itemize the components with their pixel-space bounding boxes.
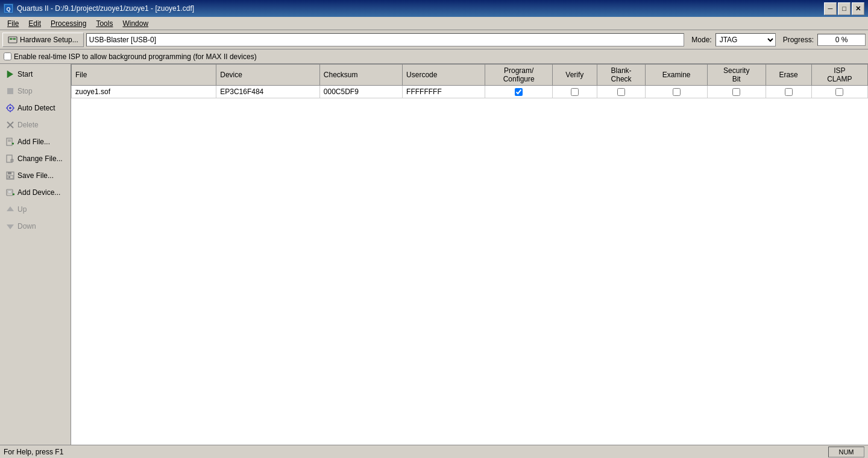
security-bit-checkbox[interactable]: [732, 88, 740, 96]
menu-file[interactable]: File: [2, 18, 24, 29]
isp-row: Enable real-time ISP to allow background…: [0, 49, 868, 64]
col-security-bit: SecurityBit: [707, 65, 766, 86]
up-button[interactable]: Up: [1, 202, 69, 217]
add-device-button[interactable]: Add Device...: [1, 185, 69, 200]
start-button[interactable]: Start: [1, 66, 69, 82]
mode-label: Mode:: [691, 36, 711, 44]
add-file-label: Add File...: [17, 138, 50, 146]
save-file-button[interactable]: Save File...: [1, 168, 69, 183]
col-usercode: Usercode: [403, 65, 485, 86]
stop-label: Stop: [17, 87, 33, 95]
progress-value: 0 %: [835, 36, 848, 44]
app-icon: Q: [4, 4, 13, 13]
save-file-icon: [5, 171, 15, 180]
close-button[interactable]: ✕: [852, 2, 864, 15]
title-bar-left: Q Quartus II - D:/9.1/project/zuoye1/zuo…: [4, 4, 194, 13]
stop-icon: [5, 86, 15, 96]
svg-rect-24: [8, 172, 11, 174]
svg-rect-8: [7, 88, 13, 94]
blank-check-checkbox[interactable]: [617, 88, 625, 96]
verify-checkbox[interactable]: [571, 88, 579, 96]
isp-checkbox[interactable]: [4, 52, 11, 60]
status-bar-right: NUM: [828, 447, 864, 457]
svg-rect-4: [13, 38, 16, 40]
status-bar: For Help, press F1 NUM: [0, 445, 868, 458]
window-title: Quartus II - D:/9.1/project/zuoye1/zuoye…: [17, 4, 194, 13]
menu-edit[interactable]: Edit: [24, 18, 46, 29]
hardware-setup-button[interactable]: Hardware Setup...: [2, 33, 84, 47]
svg-marker-31: [7, 206, 14, 211]
table-header-row: File Device Checksum Usercode Program/Co…: [72, 65, 868, 86]
col-program: Program/Configure: [485, 65, 553, 86]
cell-usercode: FFFFFFFF: [403, 86, 485, 98]
sidebar: Start Stop Auto Detect: [0, 64, 71, 445]
progress-label: Progress:: [783, 36, 814, 44]
auto-detect-button[interactable]: Auto Detect: [1, 100, 69, 116]
programming-table: File Device Checksum Usercode Program/Co…: [71, 64, 868, 98]
start-label: Start: [17, 70, 33, 78]
svg-rect-17: [7, 138, 12, 145]
cell-blank-check[interactable]: [597, 86, 646, 98]
status-help-text: For Help, press F1: [4, 448, 828, 456]
erase-checkbox[interactable]: [785, 88, 793, 96]
cell-erase[interactable]: [766, 86, 811, 98]
down-button[interactable]: Down: [1, 218, 69, 234]
col-erase: Erase: [766, 65, 811, 86]
hardware-setup-icon: [8, 35, 17, 45]
window-controls: ─ □ ✕: [824, 2, 864, 15]
svg-rect-26: [8, 176, 10, 178]
down-label: Down: [17, 222, 36, 231]
cell-device: EP3C16F484: [216, 86, 320, 98]
up-icon: [5, 205, 15, 214]
svg-rect-3: [10, 38, 12, 40]
svg-rect-30: [8, 191, 11, 193]
hardware-setup-label: Hardware Setup...: [20, 36, 78, 44]
title-bar: Q Quartus II - D:/9.1/project/zuoye1/zuo…: [0, 0, 868, 17]
menu-bar: File Edit Processing Tools Window: [0, 17, 868, 30]
delete-icon: [5, 120, 15, 130]
menu-window[interactable]: Window: [118, 18, 153, 29]
save-file-label: Save File...: [17, 171, 54, 180]
table-area: File Device Checksum Usercode Program/Co…: [71, 64, 868, 445]
num-lock-indicator: NUM: [828, 447, 864, 457]
cell-isp-clamp[interactable]: [811, 86, 867, 98]
table-row: zuoye1.sof EP3C16F484 000C5DF9 FFFFFFFF: [72, 86, 868, 98]
maximize-button[interactable]: □: [838, 2, 851, 15]
col-examine: Examine: [646, 65, 707, 86]
mode-select[interactable]: JTAG Active Serial Passive Serial In-Soc…: [715, 33, 776, 46]
progress-bar: 0 %: [817, 34, 866, 46]
delete-button[interactable]: Delete: [1, 117, 69, 133]
examine-checkbox[interactable]: [673, 88, 681, 96]
col-blank-check: Blank-Check: [597, 65, 646, 86]
auto-detect-label: Auto Detect: [17, 104, 55, 112]
svg-marker-32: [7, 224, 14, 229]
svg-rect-7: [7, 71, 8, 78]
blaster-field[interactable]: [86, 33, 685, 46]
col-isp-clamp: ISPCLAMP: [811, 65, 867, 86]
program-checkbox[interactable]: [515, 88, 523, 96]
stop-button[interactable]: Stop: [1, 83, 69, 99]
menu-tools[interactable]: Tools: [91, 18, 118, 29]
hardware-row: Hardware Setup... Mode: JTAG Active Seri…: [0, 30, 868, 49]
col-verify: Verify: [552, 65, 597, 86]
auto-detect-icon: [5, 103, 15, 113]
isp-checkbox-label[interactable]: Enable real-time ISP to allow background…: [4, 52, 257, 61]
add-file-icon: [5, 137, 15, 147]
minimize-button[interactable]: ─: [824, 2, 837, 15]
change-file-label: Change File...: [17, 154, 63, 163]
cell-security-bit[interactable]: [707, 86, 766, 98]
change-file-button[interactable]: Change File...: [1, 151, 69, 167]
svg-text:Q: Q: [6, 6, 10, 12]
add-file-button[interactable]: Add File...: [1, 134, 69, 150]
col-checksum: Checksum: [319, 65, 402, 86]
add-device-label: Add Device...: [17, 188, 60, 197]
svg-point-10: [9, 107, 11, 109]
cell-checksum: 000C5DF9: [319, 86, 402, 98]
cell-verify[interactable]: [552, 86, 597, 98]
isp-clamp-checkbox[interactable]: [835, 88, 843, 96]
isp-label-text: Enable real-time ISP to allow background…: [14, 52, 257, 61]
cell-examine[interactable]: [646, 86, 707, 98]
menu-processing[interactable]: Processing: [46, 18, 91, 29]
cell-program[interactable]: [485, 86, 553, 98]
add-device-icon: [5, 188, 15, 197]
